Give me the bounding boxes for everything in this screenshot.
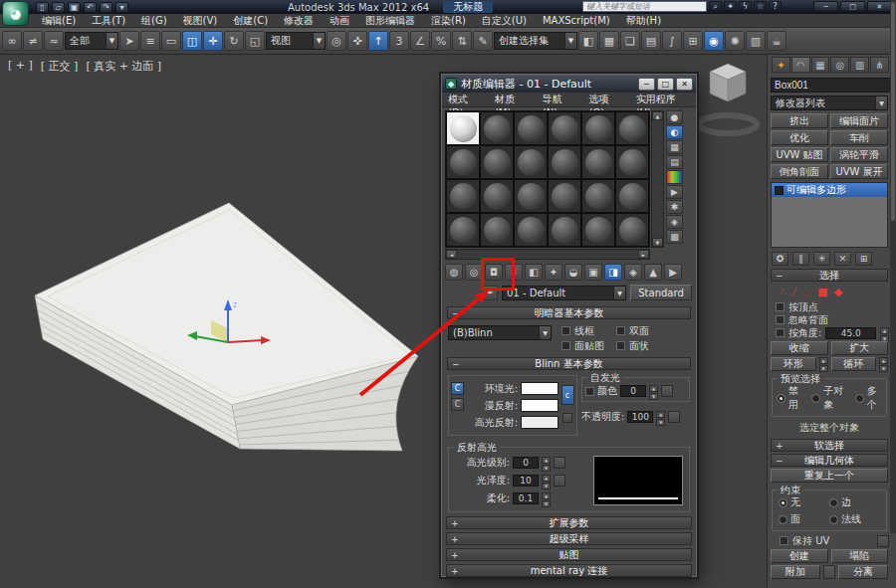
material-sample-slot[interactable]	[615, 145, 649, 179]
select-and-move-icon[interactable]: ✛	[203, 31, 223, 51]
glossiness-field[interactable]: 10	[513, 475, 539, 487]
viewport-view-label[interactable]: [ 正交 ]	[41, 59, 79, 74]
show-shaded-in-viewport-icon[interactable]: ◨	[604, 264, 622, 281]
menu-item[interactable]: 组(G)	[133, 14, 175, 28]
named-selection-sets-dropdown[interactable]: 创建选择集▼	[494, 32, 577, 50]
menu-item[interactable]: 自定义(U)	[474, 14, 535, 28]
collapsed-rollout[interactable]: + mental ray 连接	[446, 564, 692, 577]
material-type-button[interactable]: Standard	[630, 285, 692, 300]
border-icon[interactable]: ◡	[802, 286, 812, 298]
object-name-field[interactable]	[771, 78, 896, 93]
menu-item[interactable]: 创建(C)	[225, 14, 276, 28]
new-file-icon[interactable]: ▯	[36, 2, 49, 13]
snap-toggle-3d-icon[interactable]: 3	[389, 31, 409, 51]
sample-uv-tiling-icon[interactable]: ▤	[666, 155, 683, 169]
viewport-menu-plus[interactable]: [ + ]	[8, 59, 33, 74]
material-sample-slot[interactable]	[581, 111, 615, 145]
show-end-result-icon[interactable]: ◈	[624, 264, 642, 281]
ring-button[interactable]: 环形	[771, 357, 816, 371]
me-menu-item[interactable]: 实用程序(U)	[630, 93, 696, 106]
assign-material-to-selection-icon[interactable]: ◘	[485, 264, 503, 281]
get-material-icon[interactable]: ◍	[445, 264, 463, 281]
viewport-shading-label[interactable]: [ 真实 + 边面 ]	[86, 59, 161, 74]
backlight-icon[interactable]: ◐	[666, 125, 683, 139]
by-angle-spinner[interactable]: ▲▼	[880, 327, 889, 339]
modifier-button[interactable]: 涡轮平滑	[830, 147, 888, 162]
shader-option[interactable]: 线框	[561, 325, 604, 336]
maximize-button[interactable]: □	[840, 1, 865, 12]
rollout-edit-geometry[interactable]: − 编辑几何体	[771, 454, 888, 467]
rectangular-selection-icon[interactable]: ▭	[161, 31, 181, 51]
bind-to-space-warp-icon[interactable]: ≈	[44, 31, 64, 51]
loop-spinner[interactable]: ▲▼	[879, 357, 888, 371]
select-object-icon[interactable]: ➤	[119, 31, 139, 51]
shader-option[interactable]: 面状	[616, 340, 659, 351]
menu-item[interactable]: MAXScript(M)	[535, 14, 618, 28]
opacity-map-button[interactable]	[668, 411, 680, 423]
constraint-option[interactable]: 无	[779, 495, 829, 509]
put-material-to-scene-icon[interactable]: ◎	[465, 264, 483, 281]
material-sample-slot[interactable]	[480, 111, 514, 145]
menu-item[interactable]: 修改器	[276, 14, 322, 28]
material-slot-selected[interactable]	[446, 111, 480, 145]
lock-color-icon[interactable]: c	[561, 385, 574, 405]
modifier-button[interactable]: 优化	[771, 130, 828, 145]
me-menu-item[interactable]: 导航(N)	[537, 93, 583, 106]
book-object[interactable]	[35, 203, 418, 451]
communication-center-icon[interactable]: ✦	[724, 1, 737, 12]
rollout-shader-basic-params[interactable]: − 明暗器基本参数	[447, 306, 691, 319]
modifier-button[interactable]: 倒角剖面	[771, 164, 828, 179]
schematic-view-icon[interactable]: ⊞	[683, 31, 703, 51]
me-menu-item[interactable]: 模式(D)	[442, 93, 489, 106]
scroll-left-icon[interactable]: ◄	[446, 250, 457, 259]
diffuse-map-button[interactable]	[562, 413, 572, 423]
material-sample-slot[interactable]	[446, 213, 480, 247]
material-id-channel-icon[interactable]: ▣	[584, 264, 602, 281]
modifier-button[interactable]: 车削	[830, 130, 888, 145]
selection-filter-dropdown[interactable]: 全部▼	[65, 32, 118, 50]
material-sample-slot[interactable]	[514, 179, 548, 213]
element-icon[interactable]: ◆	[834, 286, 842, 298]
collapsed-rollout[interactable]: + 贴图	[446, 548, 692, 561]
utilities-tab-icon[interactable]: ⋔	[870, 57, 889, 73]
align-icon[interactable]: ▦	[599, 31, 619, 51]
material-sample-slot[interactable]	[581, 179, 615, 213]
select-and-rotate-icon[interactable]: ↻	[224, 31, 244, 51]
reference-coordinate-dropdown[interactable]: 视图▼	[266, 32, 326, 50]
grow-button[interactable]: 扩大	[831, 341, 889, 355]
edit-named-selection-sets-icon[interactable]: ✎	[473, 31, 493, 51]
sample-horizontal-scrollbar[interactable]: ◄ ►	[445, 249, 650, 260]
me-minimize-button[interactable]: ─	[638, 78, 655, 91]
shader-type-dropdown[interactable]: (B)Blinn ▼	[448, 325, 552, 340]
rollout-soft-selection[interactable]: + 软选择	[771, 439, 888, 452]
preview-option[interactable]: 禁用	[777, 384, 803, 412]
shader-option[interactable]: 双面	[616, 325, 659, 336]
lock-diffuse-specular-icon[interactable]: C	[451, 398, 464, 411]
exchange-apps-icon[interactable]: ϟ	[739, 1, 752, 12]
preserve-uv-settings-button[interactable]	[877, 535, 889, 547]
window-crossing-icon[interactable]: ◫	[182, 31, 202, 51]
ring-spinner[interactable]: ▲▼	[819, 357, 828, 371]
by-angle-checkbox[interactable]	[776, 328, 784, 337]
collapsed-rollout[interactable]: + 扩展参数	[446, 516, 692, 529]
loop-button[interactable]: 循环	[831, 357, 877, 371]
configure-modifier-sets-icon[interactable]: ⊞	[855, 252, 872, 266]
glossiness-spinner[interactable]: ▲▼	[542, 475, 551, 487]
motion-tab-icon[interactable]: ◎	[830, 57, 849, 73]
material-name-dropdown[interactable]: 01 - Default ▼	[502, 286, 626, 300]
material-sample-slot[interactable]	[514, 111, 548, 145]
menu-item[interactable]: 工具(T)	[84, 14, 133, 28]
menu-item[interactable]: 编辑(E)	[34, 14, 84, 28]
hierarchy-tab-icon[interactable]: ▦	[811, 57, 830, 73]
me-close-button[interactable]: ✕	[676, 78, 693, 91]
constraint-option[interactable]: 面	[779, 512, 829, 526]
percent-snap-icon[interactable]: %	[431, 31, 451, 51]
infocenter-search-input[interactable]	[582, 1, 707, 12]
show-end-result-stack-icon[interactable]: ∥	[792, 252, 809, 266]
select-and-link-icon[interactable]: ∞	[2, 31, 22, 51]
preview-option[interactable]: 子对象	[811, 384, 847, 412]
soften-spinner[interactable]: ▲▼	[542, 492, 551, 504]
make-unique-icon[interactable]: ✦	[545, 264, 562, 281]
scroll-right-icon[interactable]: ►	[638, 250, 649, 259]
select-by-material-icon[interactable]: ◈	[666, 215, 683, 229]
